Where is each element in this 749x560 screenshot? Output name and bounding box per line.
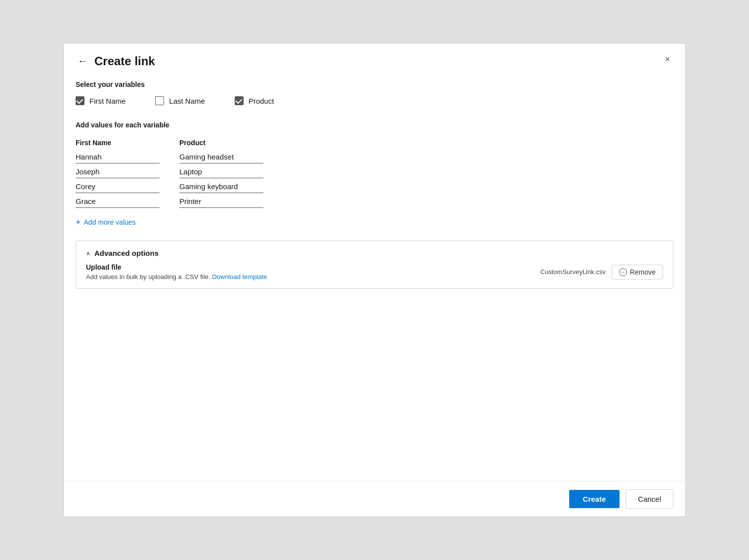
dialog-footer: Create Cancel xyxy=(64,481,685,517)
back-button[interactable]: ← xyxy=(76,53,89,69)
values-section: Add values for each variable First Name … xyxy=(76,121,673,231)
dialog-title: Create link xyxy=(94,54,155,68)
variables-row: First Name Last Name Product xyxy=(76,96,673,105)
upload-desc: Add values in bulk by uploading a .CSV f… xyxy=(86,273,267,280)
remove-label: Remove xyxy=(630,268,656,276)
back-icon: ← xyxy=(78,55,87,67)
firstname-input-1[interactable] xyxy=(76,151,160,163)
chevron-up-icon: ∧ xyxy=(86,250,90,257)
col-header-product: Product xyxy=(179,139,263,147)
plus-icon: + xyxy=(76,218,81,227)
upload-left: Upload file Add values in bulk by upload… xyxy=(86,263,267,280)
checkbox-product-label: Product xyxy=(249,97,274,105)
upload-right: CustomSurveyLink.csv − Remove xyxy=(541,265,663,280)
table-row xyxy=(76,195,673,208)
checkbox-firstname[interactable] xyxy=(76,96,84,105)
col-header-firstname: First Name xyxy=(76,139,160,147)
remove-button[interactable]: − Remove xyxy=(612,265,663,280)
product-input-2[interactable] xyxy=(179,165,263,178)
upload-title: Upload file xyxy=(86,263,267,271)
create-link-dialog: ← Create link × Select your variables Fi… xyxy=(63,43,686,517)
close-icon: × xyxy=(665,54,670,65)
add-more-values-button[interactable]: + Add more values xyxy=(76,214,136,231)
dialog-header: ← Create link × xyxy=(64,43,685,77)
checkbox-lastname[interactable] xyxy=(155,96,164,105)
product-input-3[interactable] xyxy=(179,180,263,193)
advanced-options-section: ∧ Advanced options Upload file Add value… xyxy=(76,240,673,289)
variables-section-label: Select your variables xyxy=(76,80,673,88)
checkbox-item-product[interactable]: Product xyxy=(235,96,274,105)
firstname-input-3[interactable] xyxy=(76,180,160,193)
checkbox-firstname-label: First Name xyxy=(89,97,125,105)
checkbox-item-lastname[interactable]: Last Name xyxy=(155,96,205,105)
table-row xyxy=(76,180,673,193)
create-button[interactable]: Create xyxy=(569,490,620,508)
col-headers: First Name Product xyxy=(76,139,673,147)
close-button[interactable]: × xyxy=(660,51,675,67)
file-name: CustomSurveyLink.csv xyxy=(541,268,606,276)
checkbox-item-firstname[interactable]: First Name xyxy=(76,96,125,105)
download-template-link[interactable]: Download template xyxy=(212,273,267,280)
firstname-input-4[interactable] xyxy=(76,195,160,208)
product-input-1[interactable] xyxy=(179,151,263,163)
checkbox-product[interactable] xyxy=(235,96,244,105)
cancel-button[interactable]: Cancel xyxy=(625,489,673,509)
values-table: First Name Product xyxy=(76,139,673,208)
upload-desc-text: Add values in bulk by uploading a .CSV f… xyxy=(86,273,210,280)
add-more-label: Add more values xyxy=(84,218,136,226)
dialog-body: Select your variables First Name Last Na… xyxy=(64,77,685,481)
advanced-options-title: Advanced options xyxy=(94,249,159,257)
firstname-input-2[interactable] xyxy=(76,165,160,178)
upload-section: Upload file Add values in bulk by upload… xyxy=(86,263,663,280)
table-row xyxy=(76,151,673,163)
checkbox-lastname-label: Last Name xyxy=(169,97,205,105)
advanced-options-header[interactable]: ∧ Advanced options xyxy=(86,249,663,257)
remove-icon: − xyxy=(619,268,627,276)
product-input-4[interactable] xyxy=(179,195,263,208)
values-section-label: Add values for each variable xyxy=(76,121,673,129)
table-row xyxy=(76,165,673,178)
